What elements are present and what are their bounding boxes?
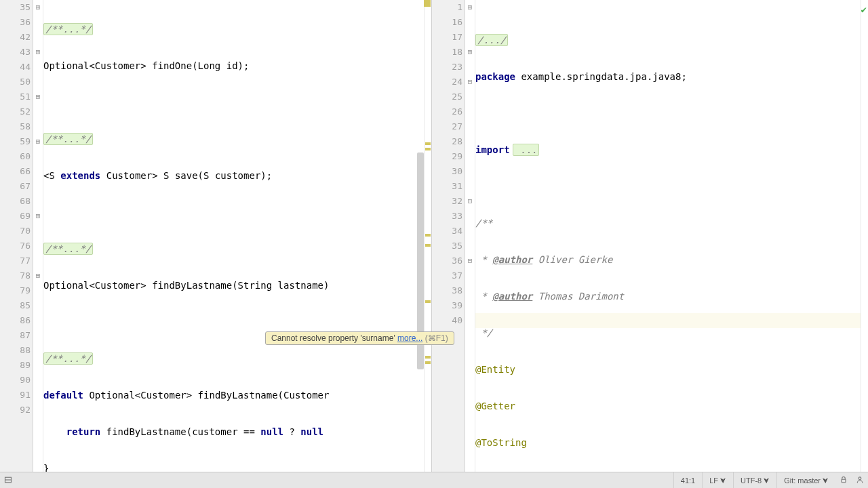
right-editor-pane[interactable]: 1 16 17 18 23 24 25 26 27 28 29 30 31 32… — [432, 0, 868, 472]
left-fold-column: ⊞ ⊞ ⊞ ⊞ ⊞ ⊞ — [33, 0, 43, 472]
warning-marker-icon[interactable] — [425, 361, 431, 364]
warning-marker-icon[interactable] — [425, 356, 431, 359]
status-line-sep[interactable]: LF⮟ — [702, 472, 733, 488]
right-marker-column[interactable]: ✔ — [861, 0, 868, 472]
statusbar: 41:1 LF⮟ UTF-8⮟ Git: master⮟ — [0, 472, 868, 488]
svg-rect-2 — [842, 479, 846, 483]
warning-marker-icon[interactable] — [425, 234, 431, 237]
warning-marker-icon[interactable] — [425, 142, 431, 145]
svg-point-3 — [859, 476, 861, 479]
fold-toggle-icon[interactable]: ⊟ — [465, 75, 475, 89]
fold-toggle-icon[interactable]: ⊞ — [33, 45, 43, 60]
hector-icon[interactable] — [852, 476, 868, 485]
fold-toggle-icon[interactable]: ⊞ — [33, 89, 43, 104]
inspection-tooltip: Cannot resolve property 'surname' more..… — [265, 331, 454, 345]
fold-toggle-icon[interactable]: ⊞ — [33, 0, 43, 15]
status-caret-pos[interactable]: 41:1 — [673, 472, 702, 488]
tooltip-shortcut: (⌘F1) — [422, 333, 448, 343]
fold-toggle-icon[interactable]: ⊞ — [33, 209, 43, 224]
right-gutter: 1 16 17 18 23 24 25 26 27 28 29 30 31 32… — [432, 0, 465, 472]
fold-toggle-icon[interactable]: ⊟ — [465, 253, 475, 268]
lock-icon[interactable] — [835, 476, 852, 485]
fold-toggle-icon[interactable]: ⊞ — [33, 134, 43, 149]
left-scrollbar[interactable] — [417, 0, 424, 472]
left-gutter: 35 36 42 43 44 50 51 52 58 59 60 66 67 6… — [0, 0, 33, 472]
warning-marker-icon[interactable] — [425, 148, 431, 150]
fold-toggle-icon[interactable]: ⊞ — [465, 0, 475, 15]
status-encoding[interactable]: UTF-8⮟ — [733, 472, 776, 488]
warning-marker-icon[interactable] — [424, 0, 431, 7]
right-fold-column: ⊞ ⊞ ⊟ ⊟ ⊟ — [465, 0, 475, 472]
left-code-area[interactable]: /**...*/ Optional<Customer> findOne(Long… — [43, 0, 424, 472]
fold-toggle-icon[interactable]: ⊞ — [465, 45, 475, 60]
fold-toggle-icon[interactable]: ⊞ — [33, 268, 43, 283]
fold-toggle-icon[interactable]: ⊟ — [465, 194, 475, 209]
warning-marker-icon[interactable] — [425, 300, 431, 303]
left-editor-pane[interactable]: 35 36 42 43 44 50 51 52 58 59 60 66 67 6… — [0, 0, 432, 472]
warning-marker-icon[interactable] — [425, 244, 431, 247]
tool-window-icon[interactable] — [0, 476, 16, 485]
right-code-area[interactable]: /.../ package example.springdata.jpa.jav… — [475, 0, 861, 472]
tooltip-more-link[interactable]: more... — [397, 333, 422, 343]
status-git-branch[interactable]: Git: master⮟ — [776, 472, 835, 488]
analysis-ok-icon: ✔ — [861, 4, 867, 15]
left-marker-column[interactable] — [424, 0, 431, 472]
tooltip-message: Cannot resolve property 'surname' — [271, 333, 397, 343]
